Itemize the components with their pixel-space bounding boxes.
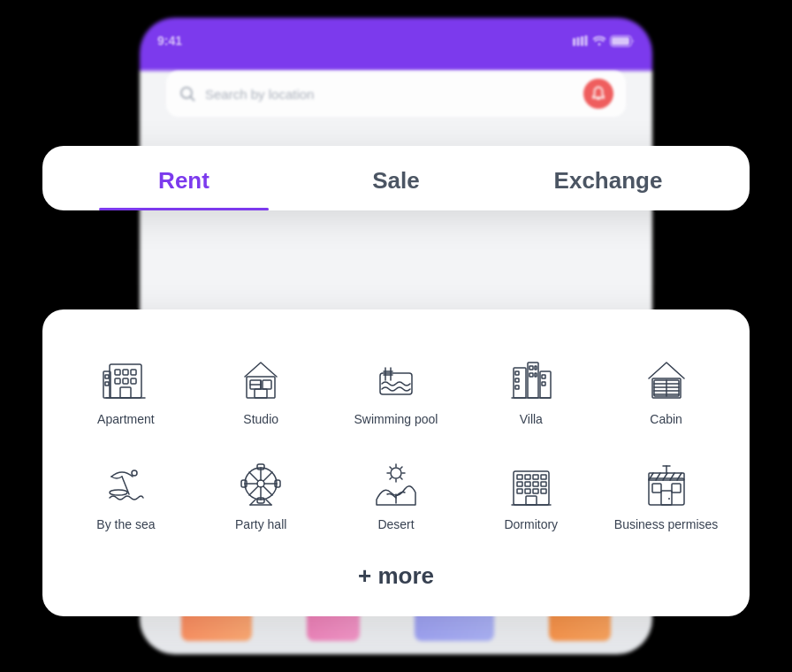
villa-icon [506, 354, 556, 403]
business-permises-icon [642, 459, 691, 508]
party-hall-label: Party hall [235, 517, 286, 532]
business-permises-label: Business permises [614, 517, 719, 532]
category-grid: Apartment Studio [60, 341, 732, 545]
dormitory-label: Dormitory [504, 517, 558, 532]
category-card: Apartment Studio [42, 309, 750, 616]
svg-rect-97 [649, 478, 684, 505]
villa-label: Villa [520, 412, 543, 427]
swimming-pool-label: Swimming pool [354, 412, 438, 427]
svg-rect-12 [131, 370, 136, 375]
swimming-pool-icon [371, 354, 421, 403]
svg-rect-40 [529, 373, 533, 377]
svg-rect-16 [120, 387, 131, 398]
svg-rect-11 [123, 370, 128, 375]
svg-point-107 [668, 498, 670, 500]
category-desert[interactable]: Desert [331, 447, 462, 545]
svg-point-54 [110, 490, 127, 495]
svg-line-77 [390, 467, 392, 469]
svg-rect-42 [542, 375, 545, 378]
svg-rect-92 [525, 489, 530, 493]
more-button[interactable]: + more [60, 562, 732, 590]
cabin-label: Cabin [650, 412, 682, 427]
studio-label: Studio [243, 412, 278, 427]
tab-rent[interactable]: Rent [78, 167, 290, 210]
svg-rect-38 [529, 366, 533, 370]
svg-rect-43 [542, 382, 545, 386]
svg-rect-87 [517, 482, 522, 486]
category-party-hall[interactable]: Party hall [195, 447, 327, 545]
svg-rect-23 [263, 380, 271, 389]
category-business-permises[interactable]: Business permises [600, 447, 732, 545]
apartment-label: Apartment [97, 412, 155, 427]
category-studio[interactable]: Studio [195, 341, 327, 439]
svg-rect-6 [612, 37, 629, 45]
svg-rect-105 [672, 484, 681, 493]
svg-line-8 [191, 97, 195, 102]
cabin-icon [642, 354, 691, 403]
svg-rect-84 [525, 475, 530, 479]
svg-rect-95 [526, 496, 537, 505]
status-icons [573, 35, 635, 47]
svg-rect-15 [131, 378, 136, 384]
category-cabin[interactable]: Cabin [600, 341, 732, 439]
svg-rect-24 [255, 389, 267, 398]
svg-point-7 [181, 88, 192, 98]
svg-line-101 [663, 473, 667, 480]
svg-line-100 [656, 473, 660, 480]
category-dormitory[interactable]: Dormitory [465, 447, 597, 545]
svg-rect-106 [661, 491, 672, 505]
dormitory-icon [506, 459, 556, 508]
svg-point-72 [391, 468, 401, 478]
by-the-sea-icon [101, 459, 150, 508]
desert-label: Desert [377, 517, 414, 532]
svg-rect-88 [525, 482, 530, 486]
svg-point-52 [132, 470, 137, 476]
studio-icon [236, 354, 286, 403]
svg-point-4 [598, 43, 601, 46]
svg-line-69 [250, 500, 255, 505]
category-by-the-sea[interactable]: By the sea [60, 447, 192, 545]
category-apartment[interactable]: Apartment [60, 341, 192, 439]
party-hall-icon [236, 459, 286, 508]
search-placeholder: Search by location [205, 87, 575, 102]
svg-line-79 [400, 467, 402, 469]
svg-rect-35 [515, 371, 519, 375]
svg-rect-36 [515, 378, 519, 382]
svg-rect-1 [577, 37, 580, 46]
svg-line-102 [670, 473, 674, 480]
svg-rect-41 [535, 373, 537, 377]
tab-sale[interactable]: Sale [290, 167, 502, 210]
time-display: 9:41 [157, 34, 182, 48]
tab-exchange[interactable]: Exchange [502, 167, 714, 210]
svg-rect-89 [533, 482, 538, 486]
svg-rect-93 [533, 489, 538, 493]
svg-rect-14 [123, 378, 128, 384]
by-the-sea-label: By the sea [96, 517, 155, 532]
svg-rect-10 [115, 370, 120, 375]
svg-line-103 [677, 473, 682, 480]
apartment-icon [101, 354, 150, 403]
svg-rect-90 [541, 482, 546, 486]
svg-rect-39 [535, 366, 537, 370]
svg-rect-86 [541, 475, 546, 479]
tab-bar: Rent Sale Exchange [42, 146, 750, 210]
svg-line-70 [266, 500, 271, 505]
svg-line-80 [390, 477, 392, 479]
notification-bell [583, 79, 613, 109]
category-villa[interactable]: Villa [465, 341, 597, 439]
svg-rect-83 [517, 475, 522, 479]
svg-rect-85 [533, 475, 538, 479]
category-swimming-pool[interactable]: Swimming pool [331, 341, 462, 439]
svg-line-64 [249, 486, 258, 495]
svg-rect-13 [115, 378, 120, 384]
svg-rect-82 [514, 471, 549, 505]
desert-icon [371, 459, 421, 508]
svg-rect-20 [105, 382, 109, 386]
svg-rect-3 [585, 35, 588, 46]
svg-rect-37 [515, 386, 519, 389]
svg-rect-104 [652, 484, 661, 493]
search-bar-blurred: Search by location [166, 71, 626, 117]
tab-card: Rent Sale Exchange [42, 146, 750, 210]
svg-rect-0 [573, 38, 575, 46]
svg-rect-91 [517, 489, 522, 493]
